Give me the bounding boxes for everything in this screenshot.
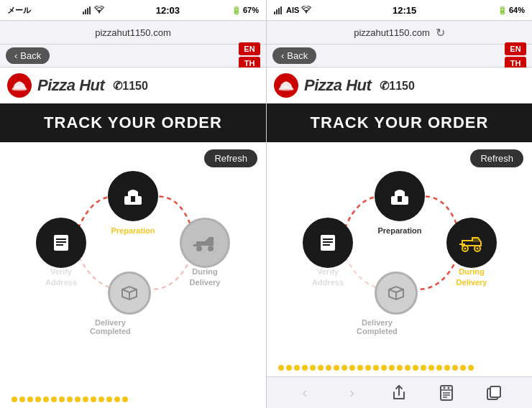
svg-rect-44 bbox=[490, 386, 500, 397]
wifi-icon-right bbox=[301, 6, 311, 14]
dot bbox=[365, 365, 371, 371]
dot bbox=[310, 365, 316, 371]
logo-area-right: Pizza Hut ✆1150 bbox=[267, 68, 532, 103]
reload-button-right[interactable]: ↻ bbox=[436, 26, 445, 40]
completed-icon-left bbox=[119, 284, 140, 302]
track-content-left: Refresh Preparation bbox=[0, 142, 266, 391]
progress-dots-left bbox=[0, 391, 266, 408]
share-button-right[interactable] bbox=[383, 385, 415, 401]
back-label-left: Back bbox=[20, 50, 41, 61]
tabs-button-right[interactable] bbox=[478, 386, 510, 400]
svg-rect-18 bbox=[276, 9, 278, 14]
forward-nav-icon-right: › bbox=[349, 384, 354, 401]
signal-icons-left bbox=[83, 6, 104, 14]
dot bbox=[114, 397, 120, 402]
svg-rect-27 bbox=[323, 238, 333, 240]
dots-left bbox=[7, 397, 132, 402]
completed-icon-right bbox=[385, 284, 407, 302]
back-label-right: Back bbox=[287, 50, 308, 61]
url-right: pizzahut1150.com bbox=[354, 27, 430, 38]
url-left: pizzahut1150.com bbox=[95, 27, 171, 38]
dot bbox=[421, 365, 426, 371]
dot bbox=[460, 365, 466, 371]
dot bbox=[452, 365, 458, 371]
back-button-left[interactable]: ‹ Back bbox=[6, 47, 50, 64]
svg-point-21 bbox=[306, 11, 307, 13]
during-delivery-label-right: DuringDelivery bbox=[457, 266, 487, 287]
share-icon-right bbox=[392, 385, 406, 401]
carrier-left: メール bbox=[7, 5, 31, 16]
preparation-label-left: Preparation bbox=[111, 226, 155, 235]
back-chevron-left: ‹ bbox=[14, 50, 17, 61]
svg-rect-2 bbox=[87, 8, 88, 14]
svg-rect-20 bbox=[280, 6, 282, 14]
dot bbox=[468, 365, 474, 371]
svg-rect-1 bbox=[85, 9, 86, 14]
logo-area-left: Pizza Hut ✆1150 bbox=[0, 68, 266, 103]
bookmark-icon-right bbox=[439, 385, 454, 401]
en-button-right[interactable]: EN bbox=[505, 42, 526, 55]
signal-icon bbox=[83, 6, 93, 14]
dot bbox=[326, 365, 331, 371]
dot bbox=[35, 397, 41, 402]
back-chevron-right: ‹ bbox=[281, 50, 284, 61]
refresh-button-left[interactable]: Refresh bbox=[204, 149, 257, 167]
delivery-completed-circle-left bbox=[108, 272, 151, 315]
delivery-icon-left bbox=[193, 234, 216, 251]
status-bar-left: メール 12:03 🔋 67% bbox=[0, 0, 266, 20]
dot bbox=[98, 397, 104, 402]
track-content-right: Refresh Preparation bbox=[267, 142, 532, 359]
dot bbox=[349, 365, 355, 371]
dot bbox=[381, 365, 387, 371]
during-delivery-label-left: DuringDelivery bbox=[190, 266, 221, 287]
en-button-left[interactable]: EN bbox=[239, 42, 260, 55]
track-title-right: TRACK YOUR ORDER bbox=[311, 113, 489, 131]
verify-circle-left: VerifyAddress bbox=[36, 218, 86, 268]
back-nav-button-right[interactable]: ‹ bbox=[289, 384, 321, 401]
battery-icon-left: 🔋 bbox=[231, 6, 242, 15]
track-title-left: TRACK YOUR ORDER bbox=[44, 113, 222, 131]
dot bbox=[444, 365, 450, 371]
verify-label-right: VerifyAddress bbox=[312, 266, 344, 287]
dots-right bbox=[274, 365, 478, 371]
dot bbox=[294, 365, 300, 371]
panel-left: メール 12:03 🔋 67% pizzahut1150.com bbox=[0, 0, 266, 408]
address-bar-right[interactable]: pizzahut1150.com ↻ bbox=[267, 20, 532, 45]
dot bbox=[122, 397, 128, 402]
preparation-icon-right bbox=[389, 186, 411, 206]
delivery-icon-right bbox=[459, 233, 484, 252]
dot bbox=[389, 365, 395, 371]
svg-rect-11 bbox=[56, 241, 66, 243]
dot bbox=[91, 397, 96, 402]
phone-number-right: ✆1150 bbox=[380, 79, 415, 93]
svg-rect-29 bbox=[323, 244, 330, 246]
address-bar-left[interactable]: pizzahut1150.com bbox=[0, 20, 266, 45]
svg-rect-10 bbox=[56, 238, 66, 240]
pizza-hat-icon-right bbox=[274, 73, 298, 98]
dot bbox=[373, 365, 379, 371]
back-button-right[interactable]: ‹ Back bbox=[272, 47, 316, 64]
bookmark-button-right[interactable] bbox=[431, 385, 462, 401]
tracking-diagram-right: Preparation VerifyAddress bbox=[274, 157, 525, 315]
during-delivery-circle-right: DuringDelivery bbox=[446, 218, 497, 268]
dot bbox=[67, 397, 73, 402]
svg-rect-15 bbox=[193, 244, 199, 246]
dot bbox=[43, 397, 49, 402]
svg-point-4 bbox=[98, 11, 100, 13]
dot bbox=[357, 365, 363, 371]
carrier-text-right: AIS bbox=[286, 6, 299, 14]
preparation-icon-left bbox=[122, 186, 144, 206]
delivery-completed-label-right: DeliveryCompleted bbox=[357, 318, 398, 335]
svg-rect-3 bbox=[89, 6, 91, 14]
bottom-toolbar-right: ‹ › bbox=[267, 376, 532, 408]
svg-rect-28 bbox=[323, 241, 333, 243]
battery-area-right: 🔋 64% bbox=[497, 6, 525, 15]
dot bbox=[278, 365, 284, 371]
svg-rect-17 bbox=[274, 11, 275, 14]
panel-right: AIS 12:15 🔋 64% pizzahut1150.com ↻ ‹ Bac… bbox=[266, 0, 532, 408]
svg-point-13 bbox=[196, 246, 202, 251]
forward-nav-button-right[interactable]: › bbox=[336, 384, 368, 401]
dot bbox=[286, 365, 292, 371]
refresh-button-right[interactable]: Refresh bbox=[470, 149, 523, 167]
dot bbox=[51, 397, 57, 402]
